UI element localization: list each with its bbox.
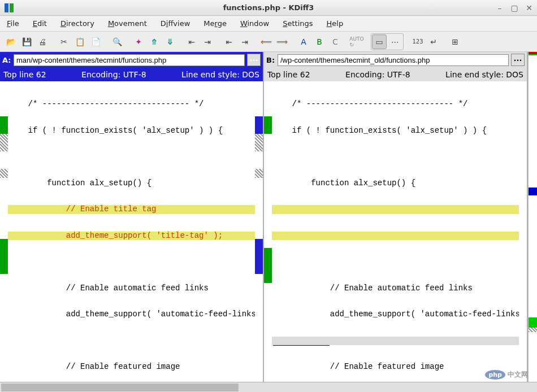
save-icon[interactable]: 💾 xyxy=(19,34,34,49)
menu-file[interactable]: File xyxy=(7,19,19,28)
code-line: add_theme_support( 'automatic-feed-links… xyxy=(8,310,255,319)
pane-a-browse-button[interactable]: ... xyxy=(247,54,261,66)
prev-conflict-icon[interactable]: ⇤ xyxy=(184,34,199,49)
select-b-icon[interactable]: B xyxy=(312,34,327,49)
find-icon[interactable]: 🔍 xyxy=(110,34,124,49)
menu-movement[interactable]: Movement xyxy=(108,19,147,28)
code-line xyxy=(272,258,519,267)
menu-diffview[interactable]: Diffview xyxy=(161,19,190,28)
pane-b-encoding: Encoding: UTF-8 xyxy=(345,70,410,79)
pane-a-path[interactable] xyxy=(14,54,245,66)
pane-b-header: B: ... xyxy=(264,52,527,68)
code-line xyxy=(272,337,519,346)
next-unsolved-icon[interactable]: ⇥ xyxy=(237,34,252,49)
cut-icon[interactable]: ✂ xyxy=(57,34,71,49)
code-line: function alx_setup() { xyxy=(272,179,519,188)
paste-icon[interactable]: 📄 xyxy=(88,34,103,49)
code-line: /* ------------------------------- */ xyxy=(272,100,519,109)
pane-b-browse-button[interactable]: ... xyxy=(511,54,525,66)
show-numbers-icon[interactable]: 123 xyxy=(410,34,425,49)
pane-a-label: A: xyxy=(2,56,11,64)
code-line: if ( ! function_exists( 'alx_setup' ) ) … xyxy=(272,127,519,136)
app-icon xyxy=(5,3,14,12)
pane-b-lineend: Line end style: DOS xyxy=(445,70,523,79)
menu-bar: File Edit Directory Movement Diffview Me… xyxy=(0,16,537,32)
horizontal-scrollbar[interactable] xyxy=(0,382,537,392)
maximize-icon[interactable]: ▢ xyxy=(509,2,520,14)
diff-panes: A: ... Top line 62 Encoding: UTF-8 Line … xyxy=(0,52,537,382)
code-line-diff xyxy=(272,232,519,241)
title-bar: functions.php - KDiff3 – ▢ ✕ xyxy=(0,0,537,16)
minimize-icon[interactable]: – xyxy=(494,2,505,14)
pane-b-label: B: xyxy=(266,56,275,64)
pane-a-encoding: Encoding: UTF-8 xyxy=(81,70,146,79)
open-icon[interactable]: 📂 xyxy=(3,34,18,49)
menu-merge[interactable]: Merge xyxy=(203,19,227,28)
code-line: // Enable featured image xyxy=(272,363,519,372)
menu-help[interactable]: Help xyxy=(327,19,344,28)
wordwrap-icon[interactable]: ↵ xyxy=(426,34,441,49)
auto-icon[interactable]: AUTO↻ xyxy=(349,34,364,49)
menu-window[interactable]: Window xyxy=(240,19,269,28)
prev-diff-icon[interactable]: ⤊ xyxy=(147,34,162,49)
pane-a-header: A: ... xyxy=(0,52,263,68)
goto-current-icon[interactable]: ✦ xyxy=(131,34,146,49)
pane-a-code[interactable]: /* ------------------------------- */ if… xyxy=(0,81,263,382)
pane-a-info: Top line 62 Encoding: UTF-8 Line end sty… xyxy=(0,68,263,81)
code-line: if ( ! function_exists( 'alx_setup' ) ) … xyxy=(8,127,255,136)
svg-rect-1 xyxy=(10,3,14,12)
code-line xyxy=(8,337,255,346)
toolbar: 📂 💾 🖨 ✂ 📋 📄 🔍 ✦ ⤊ ⤋ ⇤ ⇥ ⇤ ⇥ ⟸ ⟹ A B C AU… xyxy=(0,32,537,52)
copy-icon[interactable]: 📋 xyxy=(72,34,87,49)
diff-overview[interactable] xyxy=(528,52,537,382)
next-conflict-icon[interactable]: ⇥ xyxy=(200,34,215,49)
close-icon[interactable]: ✕ xyxy=(523,2,535,14)
svg-rect-0 xyxy=(5,3,8,12)
code-line-diff: // Enable title tag xyxy=(8,205,255,214)
code-line-diff: add_theme_support( 'title-tag' ); xyxy=(8,232,255,241)
code-line xyxy=(8,153,255,162)
select-a-icon[interactable]: A xyxy=(296,34,311,49)
code-line xyxy=(272,153,519,162)
pane-a-lineend: Line end style: DOS xyxy=(181,70,259,79)
code-line-diff xyxy=(272,205,519,214)
merge-prev-icon[interactable]: ⟸ xyxy=(259,34,274,49)
code-line: // Enable featured image xyxy=(8,363,255,372)
split-icon[interactable]: ⊞ xyxy=(448,34,462,49)
menu-settings[interactable]: Settings xyxy=(283,19,313,28)
show-whitespace-icon[interactable]: ▭ xyxy=(372,34,387,49)
prev-unsolved-icon[interactable]: ⇤ xyxy=(222,34,236,49)
merge-next-icon[interactable]: ⟹ xyxy=(275,34,289,49)
code-line xyxy=(8,258,255,267)
menu-edit[interactable]: Edit xyxy=(33,19,47,28)
pane-b-topline: Top line 62 xyxy=(267,70,310,79)
pane-a: A: ... Top line 62 Encoding: UTF-8 Line … xyxy=(0,52,264,382)
pane-a-topline: Top line 62 xyxy=(3,70,46,79)
code-line: function alx_setup() { xyxy=(8,179,255,188)
window-title: functions.php - KDiff3 xyxy=(223,3,314,12)
code-line: /* ------------------------------- */ xyxy=(8,100,255,109)
php-badge-icon: php xyxy=(485,370,505,380)
print-icon[interactable]: 🖨 xyxy=(35,34,50,49)
menu-directory[interactable]: Directory xyxy=(60,19,94,28)
pane-b-code[interactable]: /* ------------------------------- */ if… xyxy=(264,81,527,382)
next-diff-icon[interactable]: ⤋ xyxy=(163,34,177,49)
code-line: // Enable automatic feed links xyxy=(8,284,255,293)
watermark: php 中文网 xyxy=(485,370,528,380)
code-line: add_theme_support( 'automatic-feed-links… xyxy=(272,310,519,319)
scrollbar-thumb[interactable] xyxy=(1,384,239,391)
watermark-text: 中文网 xyxy=(508,370,528,380)
select-c-icon[interactable]: C xyxy=(328,34,343,49)
window-controls: – ▢ ✕ xyxy=(494,2,535,14)
code-line: // Enable automatic feed links xyxy=(272,284,519,293)
pane-b-info: Top line 62 Encoding: UTF-8 Line end sty… xyxy=(264,68,527,81)
pane-b: B: ... Top line 62 Encoding: UTF-8 Line … xyxy=(264,52,528,382)
show-linenumbers-icon[interactable]: ⋯ xyxy=(388,34,402,49)
pane-b-path[interactable] xyxy=(278,54,509,66)
